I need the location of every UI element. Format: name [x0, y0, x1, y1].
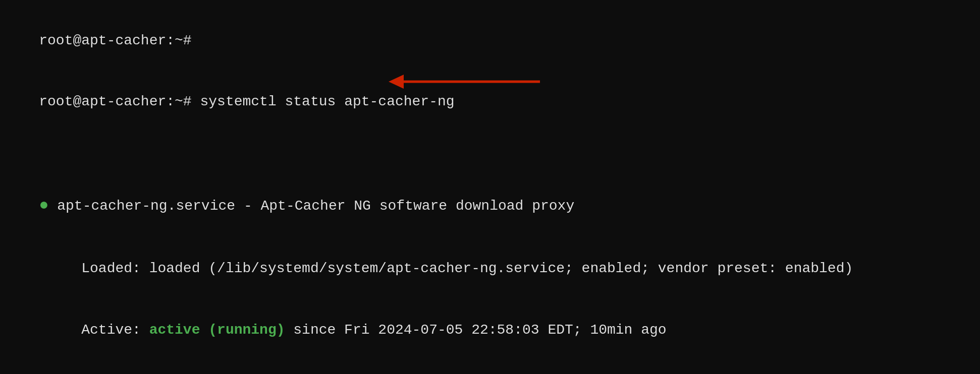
active-status: active (running)	[149, 322, 285, 338]
svg-marker-1	[389, 75, 404, 89]
status-dot: ●	[39, 196, 48, 215]
terminal-line-6: Main PID: 28192 (apt-cacher-ng)	[5, 361, 975, 374]
active-suffix: since Fri 2024-07-05 22:58:03 EDT; 10min…	[285, 322, 667, 338]
prompt-2: root@apt-cacher:~#	[39, 94, 200, 109]
active-prefix: Active:	[39, 322, 149, 338]
service-header: apt-cacher-ng.service - Apt-Cacher NG so…	[48, 198, 574, 214]
loaded-line: Loaded: loaded (/lib/systemd/system/apt-…	[39, 261, 853, 276]
prompt-1: root@apt-cacher:~#	[39, 33, 200, 48]
terminal-line-1: root@apt-cacher:~#	[5, 10, 975, 72]
terminal-line-2: root@apt-cacher:~# systemctl status apt-…	[5, 72, 975, 174]
terminal-line-4: Loaded: loaded (/lib/systemd/system/apt-…	[5, 238, 975, 299]
terminal-line-3: ● apt-cacher-ng.service - Apt-Cacher NG …	[5, 174, 975, 238]
red-arrow	[384, 68, 545, 95]
command-text: systemctl status apt-cacher-ng	[200, 94, 454, 109]
terminal: root@apt-cacher:~# root@apt-cacher:~# sy…	[5, 10, 975, 374]
terminal-line-5: Active: active (running) since Fri 2024-…	[5, 299, 975, 361]
